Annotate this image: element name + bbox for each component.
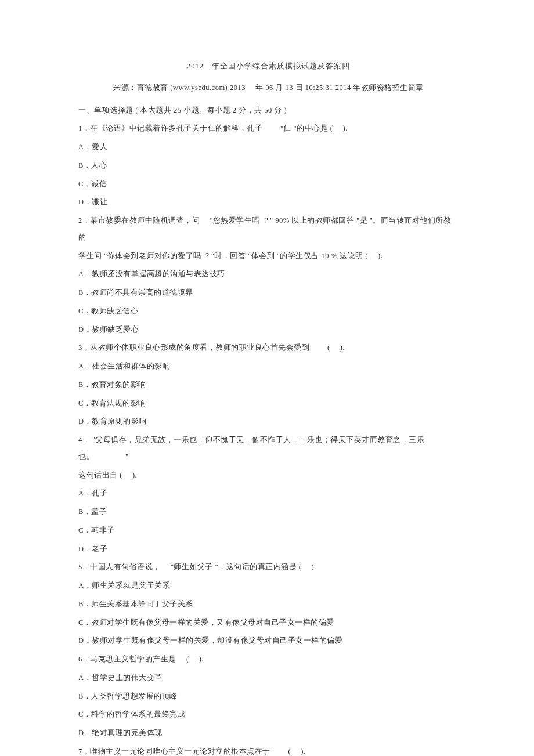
q6-option-c: C．科学的哲学体系的最终完成	[78, 706, 459, 723]
q2-option-c: C．教师缺乏信心	[78, 303, 459, 320]
q2-option-b: B．教师尚不具有崇高的道德境界	[78, 284, 459, 301]
q5-stem: 5．中国人有句俗语说， "师生如父子 "，这句话的真正内涵是 ( ).	[78, 559, 459, 576]
q7-stem: 7．唯物主义一元论同唯心主义一元论对立的根本点在于 ( ).	[78, 743, 459, 756]
q3-option-c: C．教育法规的影响	[78, 395, 459, 412]
q2-stem-line1: 2．某市教委在教师中随机调查，问 "您热爱学生吗 ？" 90% 以上的教师都回答…	[78, 212, 459, 246]
q1-stem: 1．在《论语》中记载着许多孔子关于仁的解释，孔子 "仁 "的中心是 ( ).	[78, 120, 459, 137]
q1-option-a: A．爱人	[78, 139, 459, 155]
q1-option-d: D．谦让	[78, 194, 459, 211]
q1-option-c: C．诚信	[78, 176, 459, 193]
q6-option-a: A．哲学史上的伟大变革	[78, 670, 459, 686]
q5-option-b: B．师生关系基本等同于父子关系	[78, 596, 459, 613]
q4-stem-line1: 4． "父母俱存，兄弟无故，一乐也；仰不愧于天，俯不怍于人，二乐也；得天下英才而…	[78, 432, 459, 465]
q2-option-d: D．教师缺乏爱心	[78, 321, 459, 338]
q4-option-c: C．韩非子	[78, 522, 459, 539]
q4-stem-line2: 这句话出自 ( ).	[78, 467, 459, 484]
q3-option-a: A．社会生活和群体的影响	[78, 358, 459, 375]
document-title: 2012 年全国小学综合素质模拟试题及答案四	[78, 58, 459, 75]
q2-stem-line2: 学生问 "你体会到老师对你的爱了吗 ？"时，回答 "体会到 "的学生仅占 10 …	[78, 248, 459, 265]
q5-option-d: D．教师对学生既有像父母一样的关爱，却没有像父母对自己子女一样的偏爱	[78, 632, 459, 649]
q6-stem: 6．马克思主义哲学的产生是 ( ).	[78, 651, 459, 668]
q2-option-a: A．教师还没有掌握高超的沟通与表达技巧	[78, 266, 459, 283]
q4-option-a: A．孔子	[78, 485, 459, 502]
q4-option-b: B．孟子	[78, 504, 459, 520]
document-source: 来源：育德教育 (www.ysedu.com) 2013 年 06 月 13 日…	[78, 79, 459, 96]
q3-stem: 3．从教师个体职业良心形成的角度看，教师的职业良心首先会受到 ( ).	[78, 339, 459, 356]
q6-option-b: B．人类哲学思想发展的顶峰	[78, 688, 459, 705]
q1-option-b: B．人心	[78, 157, 459, 174]
q4-option-d: D．老子	[78, 541, 459, 558]
q3-option-d: D．教育原则的影响	[78, 413, 459, 430]
q5-option-c: C．教师对学生既有像父母一样的关爱，又有像父母对自己子女一样的偏爱	[78, 614, 459, 631]
q5-option-a: A．师生关系就是父子关系	[78, 577, 459, 594]
q6-option-d: D．绝对真理的完美体现	[78, 725, 459, 741]
q3-option-b: B．教育对象的影响	[78, 377, 459, 393]
section-heading: 一、单项选择题 ( 本大题共 25 小题。每小题 2 分，共 50 分 )	[78, 102, 459, 119]
